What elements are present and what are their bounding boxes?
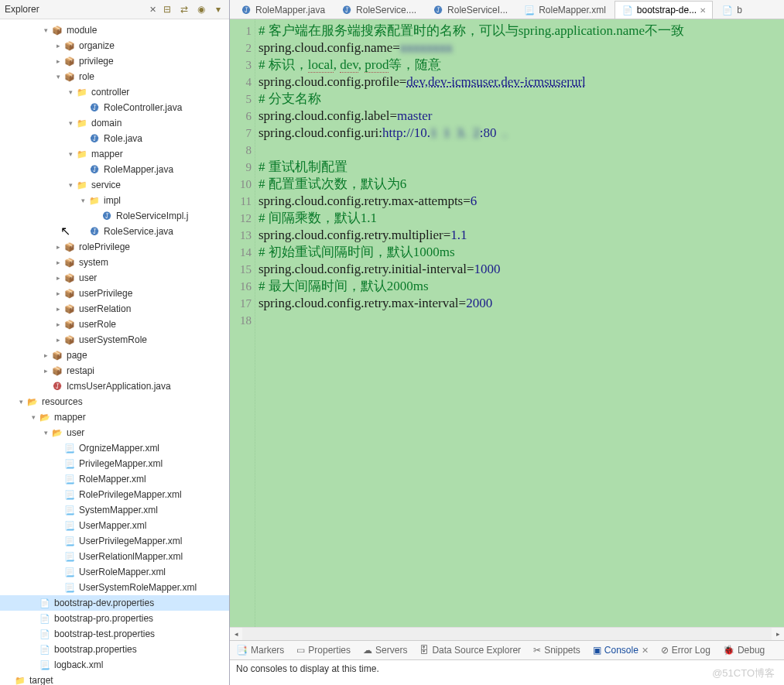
tree-item[interactable]: ▸🅙RoleServiceImpl.j	[0, 208, 229, 224]
code-line[interactable]: spring.cloud.config.profile=dev,dev-icms…	[258, 74, 784, 91]
tree-item[interactable]: ▸🅙RoleController.java	[0, 100, 229, 115]
code-line[interactable]: # 初始重试间隔时间，默认1000ms	[258, 244, 784, 261]
chevron-down-icon[interactable]: ▾	[65, 181, 76, 189]
tree-item[interactable]: ▾📦role	[0, 69, 229, 84]
project-tree[interactable]: ▾📦module▸📦organize▸📦privilege▾📦role▾📁con…	[0, 19, 229, 685]
chevron-down-icon[interactable]: ▾	[65, 119, 76, 127]
explorer-close-x[interactable]: ✕	[149, 5, 156, 15]
code-line[interactable]	[258, 312, 784, 329]
code-line[interactable]: spring.cloud.config.retry.max-attempts=6	[258, 193, 784, 210]
tree-item[interactable]: ▸📦userPrivilege	[0, 286, 229, 301]
tree-item[interactable]: ▸📃logback.xml	[0, 657, 229, 673]
focus-icon[interactable]: ◉	[195, 3, 207, 15]
tree-item[interactable]: ▾📦module	[0, 22, 229, 38]
code-line[interactable]: spring.cloud.config.name=xxxxxxxx	[258, 39, 784, 57]
editor-tab[interactable]: 📃RoleMapper.xml	[516, 1, 613, 19]
tree-item[interactable]: ▸📃RoleMapper.xml	[0, 471, 229, 487]
tree-item[interactable]: ▾📁mapper	[0, 146, 229, 162]
link-editor-icon[interactable]: ⇄	[178, 3, 190, 15]
code-line[interactable]: # 配置重试次数，默认为6	[258, 176, 784, 193]
editor-tab[interactable]: 📄b	[714, 1, 749, 19]
bottom-tab[interactable]: ⊘Error Log	[661, 645, 710, 656]
code-line[interactable]: # 分支名称	[258, 91, 784, 108]
bottom-tab[interactable]: 🗄Data Source Explorer	[419, 645, 521, 656]
tree-item[interactable]: ▸📃OrgnizeMapper.xml	[0, 440, 229, 456]
tree-item[interactable]: ▸📦userRole	[0, 317, 229, 332]
code-line[interactable]: spring.cloud.config.retry.multiplier=1.1	[258, 227, 784, 244]
editor-tab[interactable]: 🅙RoleService....	[334, 1, 423, 19]
editor-tab[interactable]: 🅙RoleMapper.java	[233, 1, 332, 19]
tree-item[interactable]: ▾📁domain	[0, 115, 229, 131]
chevron-right-icon[interactable]: ▸	[53, 289, 63, 297]
bottom-tab[interactable]: ▣Console✕	[593, 645, 649, 656]
chevron-right-icon[interactable]: ▸	[40, 367, 51, 375]
chevron-right-icon[interactable]: ▸	[53, 274, 63, 282]
tree-item[interactable]: ▸📦system	[0, 255, 229, 270]
tree-item[interactable]: ▸📃UserSystemRoleMapper.xml	[0, 580, 229, 595]
chevron-right-icon[interactable]: ▸	[53, 57, 63, 65]
tree-item[interactable]: ▾📁controller	[0, 84, 229, 100]
chevron-right-icon[interactable]: ▸	[40, 351, 51, 359]
code-line[interactable]: # 客户端在服务端搜索配置时的名称，可以与spring.application.…	[258, 22, 784, 39]
bottom-tab[interactable]: 🐞Debug	[723, 645, 765, 656]
close-tab-icon[interactable]: ✕	[700, 6, 706, 15]
chevron-down-icon[interactable]: ▾	[40, 429, 51, 437]
tree-item[interactable]: ▸📦privilege	[0, 53, 229, 69]
tree-item[interactable]: ▸🅙RoleMapper.java	[0, 162, 229, 177]
code-line[interactable]	[258, 142, 784, 159]
tree-item[interactable]: ▸📦rolePrivilege	[0, 239, 229, 255]
tree-item[interactable]: ▸📃RolePrivilegeMapper.xml	[0, 487, 229, 502]
bottom-tab[interactable]: ✂Snippets	[533, 645, 580, 656]
chevron-down-icon[interactable]: ▾	[15, 398, 26, 406]
code-line[interactable]: # 重试机制配置	[258, 159, 784, 176]
chevron-down-icon[interactable]: ▾	[28, 413, 39, 421]
bottom-tab[interactable]: ▭Properties	[296, 645, 351, 656]
tree-item[interactable]: ▸🅙IcmsUserApplication.java	[0, 378, 229, 394]
code-line[interactable]: # 最大间隔时间，默认2000ms	[258, 278, 784, 295]
tree-item[interactable]: ▸📃UserMapper.xml	[0, 518, 229, 533]
code-line[interactable]: # 标识，local, dev, prod等，随意	[258, 57, 784, 74]
tree-item[interactable]: ▸📄bootstrap.properties	[0, 642, 229, 657]
tree-item[interactable]: ▸📄bootstrap-pro.properties	[0, 611, 229, 626]
chevron-right-icon[interactable]: ▸	[53, 320, 63, 328]
chevron-right-icon[interactable]: ▸	[53, 243, 63, 251]
tree-item[interactable]: ▸📄bootstrap-test.properties	[0, 626, 229, 642]
chevron-down-icon[interactable]: ▾	[40, 26, 51, 34]
chevron-right-icon[interactable]: ▸	[53, 259, 63, 266]
close-view-icon[interactable]: ✕	[642, 646, 649, 656]
tree-item[interactable]: ▸📦userRelation	[0, 301, 229, 317]
scroll-left-icon[interactable]: ◂	[230, 628, 242, 640]
chevron-down-icon[interactable]: ▾	[77, 197, 88, 204]
tree-item[interactable]: ▸📦page	[0, 348, 229, 363]
tree-item[interactable]: ▾📁impl	[0, 193, 229, 208]
tree-item[interactable]: ▸📦restapi	[0, 363, 229, 378]
code-line[interactable]: # 间隔乘数，默认1.1	[258, 210, 784, 227]
tree-item[interactable]: ▸📃UserPrivilegeMapper.xml	[0, 533, 229, 549]
tree-item[interactable]: ▸📁target	[0, 673, 229, 685]
tree-item[interactable]: ▸📄bootstrap-dev.properties	[0, 595, 229, 611]
chevron-down-icon[interactable]: ▾	[65, 150, 76, 158]
tree-item[interactable]: ▸📃PrivilegeMapper.xml	[0, 456, 229, 471]
tree-item[interactable]: ▸📦user	[0, 270, 229, 286]
editor-tab[interactable]: 📄bootstrap-de...✕	[615, 1, 713, 19]
tree-item[interactable]: ▸📃UserRoleMapper.xml	[0, 564, 229, 580]
chevron-down-icon[interactable]: ▾	[53, 73, 63, 80]
bottom-tab[interactable]: 📑Markers	[236, 645, 284, 656]
chevron-right-icon[interactable]: ▸	[53, 305, 63, 313]
tree-item[interactable]: ▸📦organize	[0, 38, 229, 53]
code-area[interactable]: # 客户端在服务端搜索配置时的名称，可以与spring.application.…	[255, 19, 784, 627]
tree-item[interactable]: ▸📦userSystemRole	[0, 332, 229, 348]
tree-item[interactable]: ▸🅙RoleService.java	[0, 224, 229, 239]
code-line[interactable]: spring.cloud.config.retry.max-interval=2…	[258, 295, 784, 312]
view-menu-icon[interactable]: ▾	[212, 3, 224, 15]
editor-tab[interactable]: 🅙RoleServiceI...	[425, 1, 515, 19]
tree-item[interactable]: ▸📃SystemMapper.xml	[0, 502, 229, 518]
code-line[interactable]: spring.cloud.config.retry.initial-interv…	[258, 261, 784, 278]
tree-item[interactable]: ▾📁service	[0, 177, 229, 193]
tree-item[interactable]: ▸📃UserRelationlMapper.xml	[0, 549, 229, 564]
tree-item[interactable]: ▸🅙Role.java	[0, 131, 229, 146]
chevron-right-icon[interactable]: ▸	[53, 42, 63, 50]
bottom-tab[interactable]: ☁Servers	[363, 645, 407, 656]
tree-item[interactable]: ▾📂mapper	[0, 409, 229, 425]
scroll-right-icon[interactable]: ▸	[772, 628, 784, 640]
